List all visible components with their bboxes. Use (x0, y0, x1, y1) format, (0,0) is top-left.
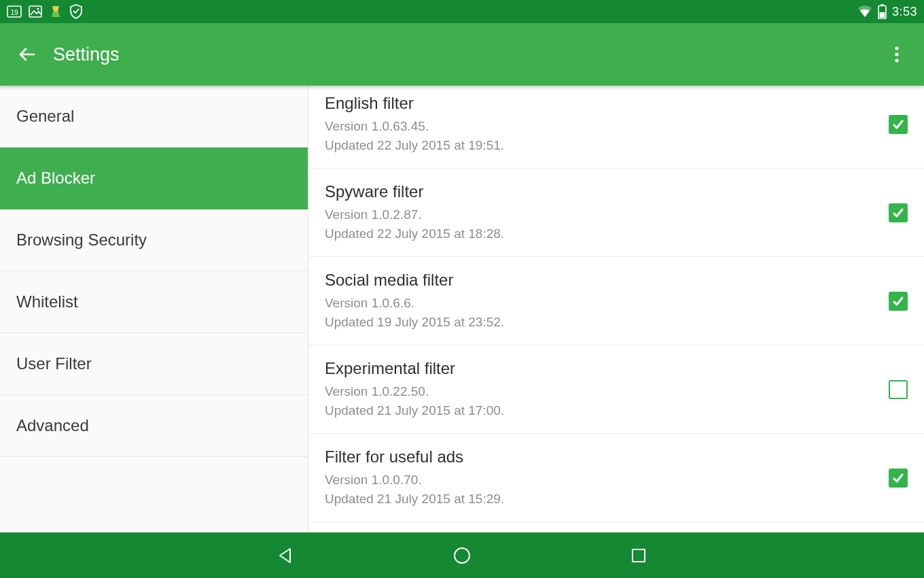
filter-checkbox[interactable] (889, 469, 908, 488)
overflow-menu-button[interactable] (883, 41, 910, 68)
check-icon (891, 118, 905, 131)
sidebar-item-browsing-security[interactable]: Browsing Security (0, 209, 308, 271)
sidebar-item-label: Advanced (16, 416, 89, 435)
back-button[interactable] (14, 41, 41, 68)
svg-point-9 (895, 52, 898, 56)
filter-title: Filter for useful ads (325, 447, 889, 466)
filter-row[interactable]: Experimental filter Version 1.0.22.50. U… (308, 345, 924, 434)
nav-back-button[interactable] (265, 542, 306, 569)
settings-sidebar: General Ad Blocker Browsing Security Whi… (0, 86, 308, 532)
svg-rect-6 (880, 12, 885, 18)
sidebar-item-label: Whitelist (16, 292, 78, 311)
sidebar-item-advanced[interactable]: Advanced (0, 395, 308, 457)
sidebar-item-label: Ad Blocker (16, 169, 95, 188)
filter-version: Version 1.0.22.50. (325, 382, 889, 401)
filter-checkbox[interactable] (889, 380, 908, 399)
filter-row[interactable]: English filter Version 1.0.63.45. Update… (308, 86, 924, 169)
filter-version: Version 1.0.0.70. (325, 471, 889, 490)
sidebar-item-ad-blocker[interactable]: Ad Blocker (0, 148, 308, 209)
svg-text:19: 19 (10, 9, 18, 16)
sidebar-item-user-filter[interactable]: User Filter (0, 333, 308, 395)
nav-recents-button[interactable] (618, 542, 659, 569)
filter-checkbox[interactable] (889, 292, 908, 311)
filter-title: English filter (325, 94, 889, 113)
broom-icon (49, 5, 63, 18)
filter-title: Experimental filter (325, 359, 889, 378)
filter-list: English filter Version 1.0.63.45. Update… (308, 86, 924, 532)
filter-title: Social media filter (325, 271, 889, 290)
square-recents-icon (630, 547, 647, 564)
battery-icon (878, 4, 887, 19)
filter-row[interactable]: Social media filter Version 1.0.6.6. Upd… (308, 257, 924, 345)
triangle-back-icon (277, 547, 294, 564)
arrow-left-icon (18, 45, 37, 64)
filter-updated: Updated 22 July 2015 at 18:28. (325, 224, 889, 243)
check-icon (891, 294, 905, 308)
filter-version: Version 1.0.2.87. (325, 205, 889, 224)
sidebar-item-label: Browsing Security (16, 231, 147, 250)
sidebar-item-label: General (16, 107, 74, 126)
status-bar: 19 3:53 (0, 0, 924, 23)
check-icon (891, 206, 905, 220)
filter-updated: Updated 19 July 2015 at 23:52. (325, 313, 889, 332)
filter-updated: Updated 22 July 2015 at 19:51. (325, 136, 889, 155)
filter-title: Spyware filter (325, 182, 889, 201)
filter-updated: Updated 21 July 2015 at 17:00. (325, 401, 889, 420)
calendar-icon: 19 (7, 5, 22, 18)
svg-point-8 (895, 46, 898, 50)
svg-rect-12 (633, 549, 645, 562)
filter-checkbox[interactable] (889, 115, 908, 134)
image-icon (29, 5, 42, 18)
sidebar-item-label: User Filter (16, 354, 92, 373)
circle-home-icon (452, 546, 472, 565)
app-bar: Settings (0, 23, 924, 86)
system-nav-bar (0, 532, 924, 578)
sidebar-item-general[interactable]: General (0, 86, 308, 148)
more-vert-icon (895, 46, 899, 63)
filter-version: Version 1.0.6.6. (325, 294, 889, 313)
svg-point-3 (37, 7, 39, 10)
filter-version: Version 1.0.63.45. (325, 117, 889, 136)
wifi-icon (857, 5, 872, 18)
svg-point-11 (455, 548, 469, 563)
page-title: Settings (53, 44, 120, 65)
check-icon (891, 471, 905, 485)
filter-checkbox[interactable] (889, 203, 908, 222)
filter-row[interactable]: Spyware filter Version 1.0.2.87. Updated… (308, 169, 924, 257)
filter-row[interactable]: Filter for useful ads Version 1.0.0.70. … (308, 434, 924, 522)
nav-home-button[interactable] (442, 542, 482, 569)
shield-icon (69, 4, 83, 19)
sidebar-item-whitelist[interactable]: Whitelist (0, 271, 308, 333)
status-clock: 3:53 (892, 5, 917, 19)
svg-point-10 (895, 58, 898, 62)
filter-updated: Updated 21 July 2015 at 15:29. (325, 490, 889, 509)
